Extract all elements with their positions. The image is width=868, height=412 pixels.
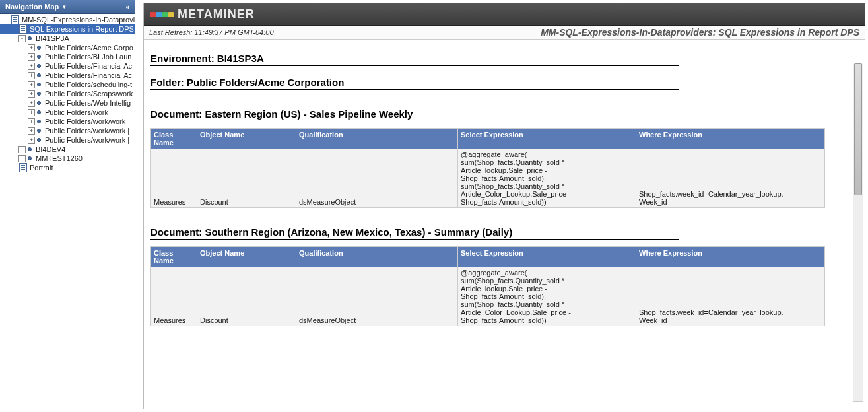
tree-item-label: Portrait <box>30 164 53 172</box>
folder-bullet-icon <box>37 120 41 123</box>
tree-item-label: Public Folders/Financial Ac <box>45 62 132 70</box>
collapse-icon[interactable]: « <box>125 3 129 11</box>
cell-class-name: Measures <box>151 267 197 326</box>
tree-item-label: BI41SP3A <box>36 34 69 42</box>
tree-item[interactable]: +Public Folders/Scraps/work <box>0 89 135 98</box>
expand-icon[interactable]: + <box>28 100 35 107</box>
tree-item-label: Public Folders/work/work | <box>45 136 129 144</box>
column-header[interactable]: Qualification <box>296 129 458 149</box>
expand-icon[interactable]: + <box>28 44 35 52</box>
folder-heading: Folder: Public Folders/Acme Corporation <box>150 77 679 90</box>
folder-bullet-icon <box>37 110 41 114</box>
folder-bullet-icon <box>37 129 41 133</box>
tree-item-label: Public Folders/Web Intellig <box>45 99 131 107</box>
main-panel: METAMINER Last Refresh: 11:49:37 PM GMT-… <box>143 3 865 409</box>
expander-placeholder <box>9 26 17 33</box>
document-heading: Document: Eastern Region (US) - Sales Pi… <box>150 108 679 121</box>
tree-item[interactable]: +Public Folders/work/work | <box>0 126 135 135</box>
expand-icon[interactable]: + <box>28 118 35 125</box>
tree-item[interactable]: +Public Folders/scheduling-t <box>0 80 135 89</box>
folder-bullet-icon <box>37 138 41 142</box>
column-header[interactable]: Object Name <box>197 247 296 267</box>
column-header[interactable]: Where Expression <box>636 247 825 267</box>
tree-item[interactable]: +Public Folders/work/work | <box>0 135 135 145</box>
brand-bar: METAMINER <box>144 3 865 26</box>
column-header[interactable]: Qualification <box>296 247 458 267</box>
folder-bullet-icon <box>37 73 41 77</box>
tree-item-label: BI4DEV4 <box>36 145 65 153</box>
folder-bullet-icon <box>37 55 41 59</box>
app-window: Navigation Map ▼ « MM-SQL-Expressions-In… <box>0 0 868 412</box>
tree-item-label: Public Folders/work <box>45 108 108 116</box>
tree-item[interactable]: +Public Folders/Financial Ac <box>0 61 135 71</box>
expand-icon[interactable]: + <box>28 53 35 61</box>
sql-expression-table: Class NameObject NameQualificationSelect… <box>150 128 825 208</box>
tree-item[interactable]: MM-SQL-Expressions-In-Dataprovider <box>0 15 135 24</box>
tree-item[interactable]: +MMTEST1260 <box>0 154 135 163</box>
expander-placeholder <box>1 17 9 24</box>
scrollbar-thumb[interactable] <box>854 63 862 195</box>
expand-icon[interactable]: + <box>18 146 26 153</box>
tree-item[interactable]: -BI41SP3A <box>0 34 135 43</box>
environment-heading: Environment: BI41SP3A <box>150 53 679 66</box>
column-header[interactable]: Class Name <box>151 129 197 149</box>
column-header[interactable]: Select Expression <box>458 129 636 149</box>
folder-bullet-icon <box>37 46 41 50</box>
tree-item[interactable]: Portrait <box>0 163 135 172</box>
tree-item[interactable]: +Public Folders/Web Intellig <box>0 98 135 108</box>
scrollbar-track[interactable] <box>853 63 863 402</box>
folder-bullet-icon <box>28 36 32 40</box>
navigation-sidebar: Navigation Map ▼ « MM-SQL-Expressions-In… <box>0 0 135 412</box>
tree-item-label: Public Folders/Financial Ac <box>45 71 132 79</box>
tree-item-label: Public Folders/Acme Corpo <box>45 44 133 52</box>
table-row[interactable]: MeasuresDiscountdsMeasureObject@aggregat… <box>151 149 825 208</box>
tree-item[interactable]: +Public Folders/Acme Corpo <box>0 43 135 52</box>
dropdown-icon[interactable]: ▼ <box>61 4 67 10</box>
sql-expression-table: Class NameObject NameQualificationSelect… <box>150 246 825 326</box>
expand-icon[interactable]: + <box>28 137 35 144</box>
expander-placeholder <box>9 164 17 172</box>
tree-item[interactable]: +Public Folders/Financial Ac <box>0 71 135 80</box>
document-icon <box>18 25 28 33</box>
cell-select-expr: @aggregate_aware( sum(Shop_facts.Quantit… <box>458 267 636 326</box>
folder-bullet-icon <box>37 64 41 68</box>
document-icon <box>11 16 20 24</box>
expand-icon[interactable]: + <box>28 90 35 98</box>
column-header[interactable]: Object Name <box>197 129 296 149</box>
tree-item-label: Public Folders/work/work <box>45 118 125 125</box>
tree-item[interactable]: +BI4DEV4 <box>0 145 135 154</box>
table-row[interactable]: MeasuresDiscountdsMeasureObject@aggregat… <box>151 267 825 326</box>
nav-header[interactable]: Navigation Map ▼ « <box>0 0 135 14</box>
brand-name: METAMINER <box>178 7 255 21</box>
report-content: Environment: BI41SP3A Folder: Public Fol… <box>144 40 865 409</box>
logo-icon <box>150 12 174 17</box>
cell-object-name: Discount <box>197 267 296 326</box>
column-header[interactable]: Class Name <box>151 247 197 267</box>
column-header[interactable]: Where Expression <box>636 129 825 149</box>
expand-icon[interactable]: + <box>18 155 26 162</box>
document-icon <box>18 164 28 172</box>
last-refresh: Last Refresh: 11:49:37 PM GMT-04:00 <box>149 28 274 36</box>
folder-bullet-icon <box>28 147 32 151</box>
tree-item[interactable]: +Public Folders/work/work <box>0 117 135 126</box>
tree-item-label: Public Folders/scheduling-t <box>45 81 132 88</box>
tree-item[interactable]: +Public Folders/work <box>0 108 135 117</box>
tree-item[interactable]: SQL Expressions in Report DPS <box>0 24 135 34</box>
expand-icon[interactable]: + <box>28 72 35 79</box>
cell-class-name: Measures <box>151 149 197 208</box>
column-header[interactable]: Select Expression <box>458 247 636 267</box>
tree-item-label: Public Folders/Scraps/work <box>45 90 133 98</box>
cell-qualification: dsMeasureObject <box>296 149 458 208</box>
expand-icon[interactable]: + <box>28 127 35 135</box>
nav-title: Navigation Map <box>5 3 59 11</box>
tree-item[interactable]: +Public Folders/BI Job Laun <box>0 52 135 61</box>
expand-icon[interactable]: + <box>28 63 35 70</box>
collapse-icon[interactable]: - <box>18 35 26 42</box>
tree-item-label: Public Folders/work/work | <box>45 127 129 135</box>
report-title: MM-SQL-Expressions-In-Dataproviders: SQL… <box>541 27 859 38</box>
expand-icon[interactable]: + <box>28 81 35 88</box>
document-heading: Document: Southern Region (Arizona, New … <box>150 226 679 240</box>
cell-where-expr: Shop_facts.week_id=Calendar_year_lookup.… <box>636 149 825 208</box>
expand-icon[interactable]: + <box>28 109 35 116</box>
folder-bullet-icon <box>37 92 41 96</box>
